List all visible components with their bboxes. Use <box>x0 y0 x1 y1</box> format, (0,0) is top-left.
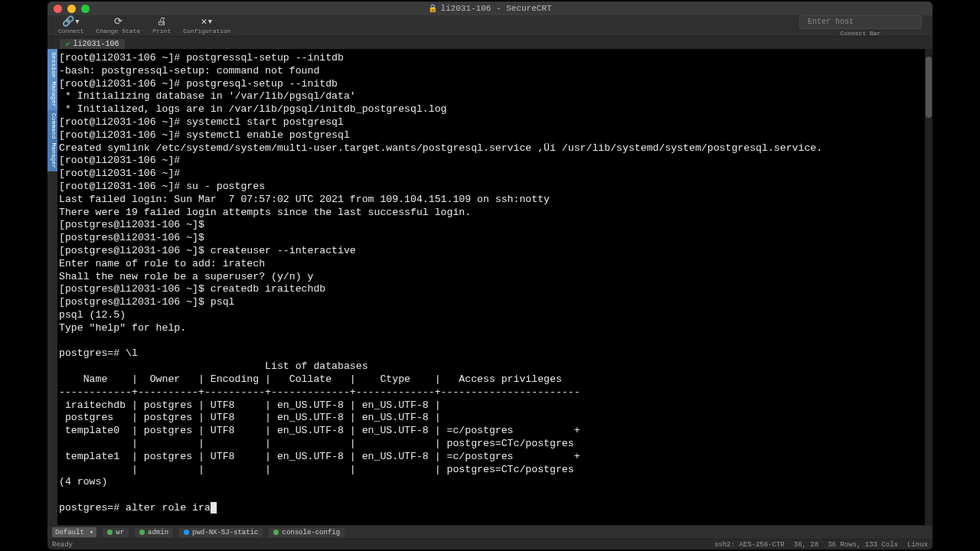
connect-button[interactable]: 🔗▾ Connect <box>52 15 90 36</box>
status-ready: Ready <box>52 541 73 549</box>
connect-bar-label: Connect Bar <box>841 30 881 37</box>
zoom-window-button[interactable] <box>81 5 90 13</box>
session-manager-tab[interactable]: Session Manager <box>47 49 57 110</box>
close-window-button[interactable] <box>54 5 62 13</box>
button-bar: Default▾ wradminpwd-NX-SJ-staticconsole-… <box>47 525 933 539</box>
window-title: 🔒li2031-106 - SecureCRT <box>47 4 933 13</box>
minimize-window-button[interactable] <box>67 5 76 13</box>
button-bar-item[interactable]: wr <box>103 528 129 537</box>
sidebar-tabs: Session Manager Command Manager <box>47 49 57 525</box>
button-bar-item[interactable]: admin <box>135 528 173 537</box>
app-window: 🔒li2031-106 - SecureCRT 🔗▾ Connect ⟳ Cha… <box>47 2 933 549</box>
traffic-lights <box>54 5 90 13</box>
toolbar: 🔗▾ Connect ⟳ Change State 🖨 Print ✕▾ Con… <box>47 15 933 37</box>
link-icon: 🔗▾ <box>62 17 80 27</box>
status-pos: 36, 28 <box>794 541 818 549</box>
status-os: Linux <box>907 541 928 549</box>
status-dot-icon: ✔ <box>66 40 70 48</box>
led-icon <box>273 530 279 535</box>
enter-host-input[interactable]: Enter host <box>799 15 922 29</box>
print-button[interactable]: 🖨 Print <box>146 15 177 36</box>
titlebar: 🔒li2031-106 - SecureCRT <box>47 2 933 15</box>
command-manager-tab[interactable]: Command Manager <box>47 110 57 171</box>
configuration-button[interactable]: ✕▾ Configuration <box>177 15 237 36</box>
scrollbar-thumb[interactable] <box>926 57 932 118</box>
button-bar-item[interactable]: console-config <box>269 528 345 537</box>
button-bar-item[interactable]: pwd-NX-SJ-static <box>179 528 263 537</box>
led-icon <box>139 530 145 535</box>
status-bar: Ready ssh2: AES-256-CTR 36, 28 36 Rows, … <box>47 539 933 549</box>
status-size: 36 Rows, 133 Cols <box>828 541 898 549</box>
lock-icon: 🔒 <box>428 5 437 13</box>
terminal[interactable]: [root@li2031-106 ~]# postgressql-setup -… <box>57 49 933 525</box>
scrollbar[interactable] <box>925 49 933 525</box>
led-icon <box>184 530 189 535</box>
print-icon: 🖨 <box>157 17 167 27</box>
session-tab[interactable]: ✔ li2031-106 <box>60 39 125 49</box>
body: Session Manager Command Manager [root@li… <box>47 49 933 525</box>
tools-icon: ✕▾ <box>201 17 214 27</box>
tab-strip: ✔ li2031-106 <box>47 37 933 49</box>
status-proto: ssh2: AES-256-CTR <box>714 541 785 549</box>
state-icon: ⟳ <box>114 17 122 27</box>
cursor <box>211 502 217 514</box>
button-bar-group-select[interactable]: Default▾ <box>52 527 96 537</box>
led-icon <box>107 530 113 535</box>
change-state-button[interactable]: ⟳ Change State <box>90 15 147 36</box>
